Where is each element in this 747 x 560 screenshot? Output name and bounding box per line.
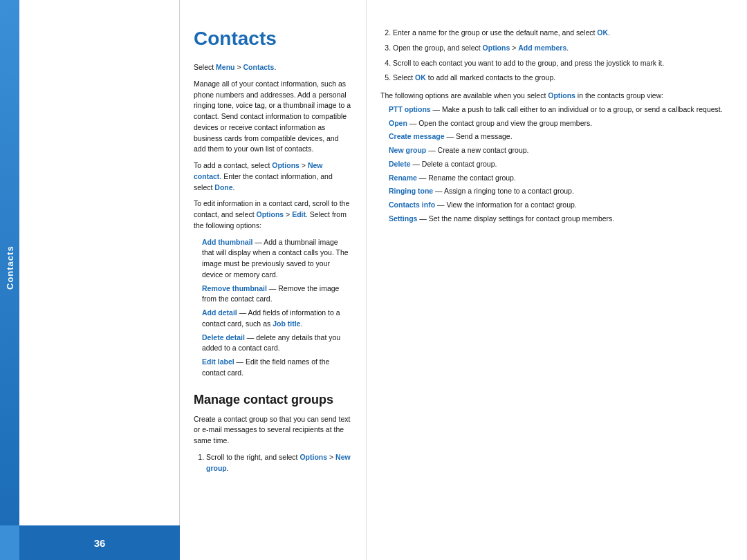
left-column: Contacts Select Menu > Contacts. Manage …: [180, 0, 367, 560]
ringing-tone-text: — Assign a ringing tone to a contact gro…: [433, 187, 574, 195]
step1-item: Scroll to the right, and select Options …: [206, 452, 352, 474]
step1-end: .: [227, 464, 229, 472]
open-text: — Open the contact group and view the gr…: [407, 119, 592, 127]
para2-end: .: [233, 183, 235, 192]
sidebar-tab-label: Contacts: [5, 270, 15, 290]
create-message-item: Create message — Send a message.: [389, 131, 733, 142]
add-detail-item: Add detail — Add fields of information t…: [202, 308, 352, 330]
edit-contact-paragraph: To edit information in a contact card, s…: [194, 198, 352, 231]
remove-thumbnail-label: Remove thumbnail: [202, 284, 267, 292]
step1-prefix: Scroll to the right, and select: [206, 453, 299, 461]
manage-paragraph: Manage all of your contact information, …: [194, 79, 352, 155]
new-group-item: New group — Create a new contact group.: [389, 145, 733, 156]
intro-menu-link[interactable]: Menu: [216, 63, 234, 71]
step1-options-link[interactable]: Options: [299, 453, 327, 461]
add-thumbnail-label: Add thumbnail: [202, 238, 253, 246]
add-detail-period: .: [300, 319, 302, 328]
ringing-tone-label: Ringing tone: [389, 187, 433, 195]
step2-item: Enter a name for the group or use the de…: [393, 28, 733, 39]
ptt-options-text: — Make a push to talk call either to an …: [431, 105, 723, 113]
para2-options-link[interactable]: Options: [272, 161, 299, 169]
remove-thumbnail-item: Remove thumbnail — Remove the image from…: [202, 283, 352, 306]
section2-intro: Create a contact group so that you can s…: [194, 414, 352, 447]
job-title-link[interactable]: Job title: [273, 319, 300, 328]
open-item: Open — Open the contact group and view t…: [389, 118, 733, 129]
delete-label: Delete: [389, 160, 411, 168]
options-intro-prefix: The following options are available when…: [380, 91, 548, 100]
step3-sep: >: [510, 44, 518, 52]
contacts-info-item: Contacts info — View the information for…: [389, 200, 733, 211]
page-container: Contacts 36 Contacts Select Menu > Conta…: [0, 0, 747, 560]
contacts-info-label: Contacts info: [389, 200, 435, 209]
rename-label: Rename: [389, 174, 417, 182]
para3-options-link[interactable]: Options: [256, 210, 284, 218]
right-options-indent: PTT options — Make a push to talk call e…: [389, 104, 733, 225]
step2-text: Enter a name for the group or use the de…: [393, 28, 597, 37]
delete-item: Delete — Delete a contact group.: [389, 159, 733, 170]
new-group-text: — Create a new contact group.: [426, 146, 528, 154]
sidebar-blue-bar: Contacts: [0, 0, 19, 560]
content-area: Contacts Select Menu > Contacts. Manage …: [180, 0, 747, 560]
ptt-options-label: PTT options: [389, 105, 431, 113]
step3-prefix: Open the group, and select: [393, 44, 483, 52]
step1-sep: >: [327, 453, 335, 461]
step5-ok-link[interactable]: OK: [415, 73, 426, 82]
add-thumbnail-item: Add thumbnail — Add a thumbnail image th…: [202, 237, 352, 281]
options-intro-suffix: in the contacts group view:: [575, 91, 663, 100]
page-number-box: 36: [0, 525, 180, 560]
ptt-options-item: PTT options — Make a push to talk call e…: [389, 104, 733, 115]
para3-sep: >: [284, 210, 292, 218]
delete-detail-label: Delete detail: [202, 333, 245, 342]
settings-text: — Set the name display settings for cont…: [417, 214, 614, 223]
delete-text: — Delete a contact group.: [411, 160, 497, 168]
delete-detail-item: Delete detail — delete any details that …: [202, 333, 352, 355]
right-steps-list: Enter a name for the group or use the de…: [393, 28, 733, 84]
step2-end: .: [608, 28, 610, 37]
section2-title: Manage contact groups: [194, 393, 352, 407]
intro-contacts-link[interactable]: Contacts: [243, 63, 275, 71]
page-title: Contacts: [194, 28, 352, 50]
step5-suffix: to add all marked contacts to the group.: [426, 73, 555, 82]
create-message-text: — Send a message.: [445, 132, 513, 140]
intro-period: .: [274, 63, 276, 71]
intro-sep: >: [235, 63, 243, 71]
step3-add-link[interactable]: Add members: [518, 44, 566, 52]
create-message-label: Create message: [389, 132, 445, 140]
options-section: The following options are available when…: [380, 91, 733, 225]
step4-item: Scroll to each contact you want to add t…: [393, 58, 733, 69]
para2-prefix: To add a contact, select: [194, 161, 272, 169]
intro-paragraph: Select Menu > Contacts.: [194, 62, 352, 73]
intro-select-text: Select: [194, 63, 216, 71]
options-indent-block: Add thumbnail — Add a thumbnail image th…: [202, 237, 352, 379]
para3-edit-link[interactable]: Edit: [292, 210, 306, 218]
para2-done-link[interactable]: Done: [214, 183, 232, 192]
right-column: Enter a name for the group or use the de…: [367, 0, 747, 560]
left-sidebar: Contacts 36: [0, 0, 180, 560]
options-intro-options-link[interactable]: Options: [548, 91, 575, 100]
step3-options-link[interactable]: Options: [483, 44, 510, 52]
step5-prefix: Select: [393, 73, 415, 82]
add-detail-label: Add detail: [202, 308, 237, 317]
rename-text: — Rename the contact group.: [417, 174, 516, 182]
steps-list: Scroll to the right, and select Options …: [206, 452, 352, 474]
options-heading: The following options are available when…: [380, 91, 733, 102]
add-contact-paragraph: To add a contact, select Options > New c…: [194, 160, 352, 193]
step2-ok-link[interactable]: OK: [597, 28, 608, 37]
step3-item: Open the group, and select Options > Add…: [393, 43, 733, 54]
settings-label: Settings: [389, 214, 417, 223]
para2-sep: >: [299, 161, 308, 169]
step5-item: Select OK to add all marked contacts to …: [393, 73, 733, 84]
page-number: 36: [94, 537, 106, 549]
contacts-info-text: — View the information for a contact gro…: [435, 200, 577, 209]
ringing-tone-item: Ringing tone — Assign a ringing tone to …: [389, 186, 733, 197]
step3-end: .: [566, 44, 569, 52]
rename-item: Rename — Rename the contact group.: [389, 173, 733, 184]
open-label: Open: [389, 119, 407, 127]
edit-label-item: Edit label — Edit the field names of the…: [202, 357, 352, 379]
settings-item: Settings — Set the name display settings…: [389, 214, 733, 225]
new-group-label: New group: [389, 146, 426, 154]
edit-label-label: Edit label: [202, 357, 234, 366]
